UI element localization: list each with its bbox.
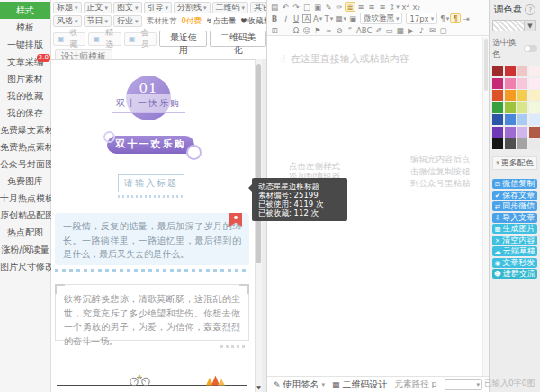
sidebar-item[interactable]: 模板: [0, 19, 50, 36]
paragraph-block-1[interactable]: 一段情，反复的掂量，最后加深了岁月的绵长。一路徜徉里，一路追忆里，最后得到的是什…: [55, 213, 249, 265]
category-button[interactable]: 引导▾: [144, 2, 173, 13]
table-icon[interactable]: ⊞: [269, 25, 280, 35]
special-char-icon[interactable]: Ω: [291, 25, 302, 35]
fullscreen-icon[interactable]: ▢: [437, 25, 448, 35]
underline-icon[interactable]: U: [291, 13, 302, 23]
category-button[interactable]: 图文▾: [113, 2, 142, 13]
save-article-button[interactable]: ✔保存文章: [492, 191, 537, 200]
sidebar-item[interactable]: 我的收藏: [0, 87, 50, 104]
category-button[interactable]: 二维码▾: [212, 2, 249, 13]
sidebar-item[interactable]: 样式: [0, 2, 50, 19]
format-painter-icon[interactable]: ✏: [334, 2, 345, 12]
indent-icon[interactable]: ⇥: [461, 13, 472, 23]
color-swatch[interactable]: [505, 90, 516, 101]
sync-wechat-button[interactable]: ⇄同步微信: [492, 201, 537, 211]
category-button[interactable]: 行业▾: [113, 15, 142, 27]
color-swatch[interactable]: [492, 114, 503, 125]
color-swatch[interactable]: [517, 90, 527, 101]
category-button[interactable]: 标题▾: [53, 2, 82, 13]
color-swatch[interactable]: [492, 102, 503, 113]
more-colors-button[interactable]: ▾ 更多配色: [492, 156, 537, 170]
color-swatch[interactable]: [517, 114, 527, 125]
color-swatch[interactable]: [529, 114, 540, 125]
wechat-copy-button[interactable]: ⊡微信复制: [492, 179, 537, 189]
sidebar-item[interactable]: 图片尺寸修改: [0, 258, 50, 275]
char-border-icon[interactable]: A: [302, 13, 312, 23]
sidebar-item[interactable]: 我的保存: [0, 104, 50, 121]
clear-content-button[interactable]: ×清空内容: [492, 236, 537, 245]
chevron-down-icon[interactable]: ▼: [525, 20, 536, 31]
bold-icon[interactable]: B: [269, 13, 280, 23]
canvas-scrollbar[interactable]: ▼: [255, 59, 262, 392]
source-view-icon[interactable]: ▤: [269, 2, 280, 12]
sort-link[interactable]: ↯点击量: [206, 16, 236, 27]
pencil-icon[interactable]: ✎: [323, 2, 334, 12]
screenshot-icon[interactable]: ▭: [383, 25, 394, 35]
import-article-button[interactable]: ⇩导入文章: [492, 213, 537, 223]
style-preview-canvas[interactable]: 01 双十一快乐购 双十一欢乐购 请输入标题 一段情，反复的掂量，最后加深了岁月…: [51, 59, 255, 392]
superscript-icon[interactable]: x²: [400, 2, 411, 12]
font-size-select[interactable]: 17px ▾: [406, 13, 437, 24]
sidebar-item[interactable]: 免费爆文素材: [0, 121, 50, 138]
color-swatch[interactable]: [492, 66, 503, 76]
sidebar-item[interactable]: 热点配图: [0, 224, 50, 241]
recent-used-button[interactable]: 最近使用: [159, 31, 207, 47]
color-swatch[interactable]: [517, 127, 527, 138]
category-button[interactable]: 节日▾: [84, 15, 112, 27]
color-swatch[interactable]: [492, 138, 503, 149]
scrollbar-down-arrow[interactable]: ▼: [256, 384, 262, 390]
scrollbar-thumb[interactable]: [484, 39, 488, 91]
generate-image-button[interactable]: ▦生成图片: [492, 224, 537, 234]
color-swatch[interactable]: [517, 102, 527, 113]
color-swatch[interactable]: [529, 66, 540, 76]
sidebar-item[interactable]: 图片素材: [0, 70, 50, 87]
filter-button[interactable]: ▣会员: [124, 32, 157, 46]
link-icon[interactable]: ∞: [323, 25, 334, 35]
scrollbar-thumb[interactable]: [256, 64, 261, 263]
sidebar-item[interactable]: 原创精品配图: [0, 207, 50, 224]
color-swatch[interactable]: [492, 90, 503, 101]
color-swatch[interactable]: [517, 66, 527, 76]
color-swatch[interactable]: [529, 127, 540, 138]
color-swatch[interactable]: [517, 78, 527, 89]
paragraph-block-2[interactable]: 欲将沉醉换悲凉，清歌莫断肠，这混乱的尘世，究竟充斥了多少绝望和悲伤。你想去做一个…: [55, 284, 249, 341]
scrawl-icon[interactable]: ✐: [373, 25, 383, 35]
blockquote-icon[interactable]: “: [345, 25, 356, 35]
article-quick-publish-button[interactable]: ◉文章秒发: [492, 258, 537, 268]
path-select[interactable]: ▾: [445, 379, 482, 390]
color-swatch[interactable]: [529, 138, 540, 149]
category-button[interactable]: 分割线▾: [174, 2, 211, 13]
sidebar-item[interactable]: 公众号封面图: [0, 156, 50, 173]
attachment-icon[interactable]: ✉: [427, 25, 437, 35]
style-block-pill-title[interactable]: 双十一欢乐购: [107, 136, 194, 154]
qr-design-button[interactable]: ▦ 二维码设计: [332, 379, 388, 391]
filter-button[interactable]: ▣收藏: [53, 32, 86, 46]
category-button[interactable]: 风格▾: [53, 15, 82, 27]
color-swatch[interactable]: [505, 66, 516, 76]
title-input-box[interactable]: 请输入标题: [118, 174, 184, 192]
text-style-icon[interactable]: T▾: [323, 13, 334, 23]
redo-icon[interactable]: ↷: [291, 2, 302, 12]
horizontal-rule-icon[interactable]: —: [280, 25, 291, 35]
auto-typeset-icon[interactable]: ≣: [345, 2, 356, 12]
editor-scrollbar[interactable]: [482, 37, 489, 376]
palette-dropdown[interactable]: ▼: [492, 20, 537, 31]
color-swatch[interactable]: [529, 78, 540, 89]
sidebar-item[interactable]: 一键排版: [0, 36, 50, 53]
insert-video-icon[interactable]: ▶: [405, 25, 416, 35]
font-family-select[interactable]: 微软雅黑 ▾: [360, 13, 403, 24]
qr-beautify-button[interactable]: 二维码美化: [210, 31, 266, 47]
recolor-toggle[interactable]: [524, 45, 537, 52]
sidebar-item[interactable]: 十月热点模板: [0, 190, 50, 207]
map-icon[interactable]: ⚑: [312, 25, 323, 35]
sort-link[interactable]: 素材推荐: [147, 16, 177, 27]
help-icon[interactable]: ?: [525, 4, 536, 15]
color-swatch[interactable]: [505, 102, 516, 113]
emotion-icon[interactable]: ☺: [302, 25, 312, 35]
filter-button[interactable]: ▣精选: [88, 32, 121, 46]
undo-icon[interactable]: ↶: [280, 2, 291, 12]
spellcheck-icon[interactable]: ABC: [356, 25, 373, 35]
color-swatch[interactable]: [492, 78, 503, 89]
color-swatch[interactable]: [505, 78, 516, 89]
line-height-icon[interactable]: ⇕▾: [388, 2, 400, 12]
